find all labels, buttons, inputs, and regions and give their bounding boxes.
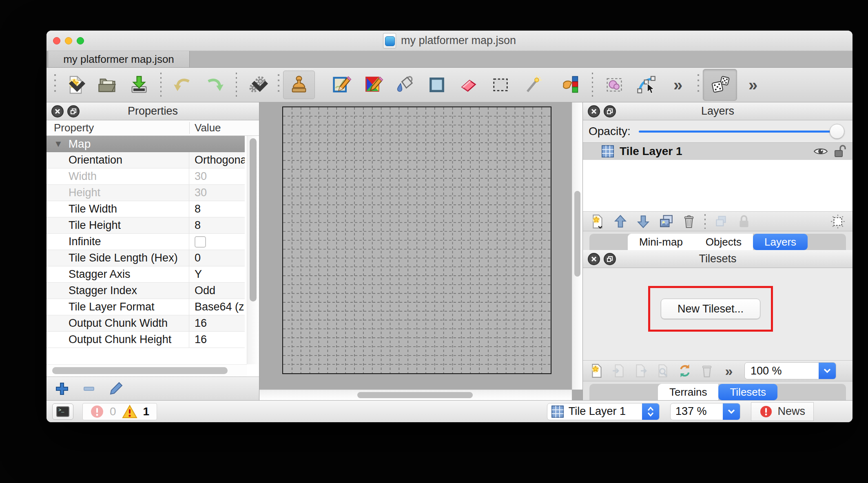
random-mode-button[interactable] bbox=[703, 69, 737, 101]
toolbar-drag-handle[interactable] bbox=[54, 74, 56, 95]
property-row-stagger-axis[interactable]: Stagger Axis Y bbox=[46, 266, 245, 283]
edit-tileset-button-disabled[interactable] bbox=[652, 362, 673, 380]
scrollbar-thumb[interactable] bbox=[574, 191, 580, 277]
add-property-button[interactable] bbox=[54, 381, 70, 397]
remove-property-button[interactable] bbox=[81, 381, 97, 397]
properties-horizontal-scrollbar[interactable] bbox=[46, 364, 247, 377]
properties-vertical-scrollbar[interactable] bbox=[247, 136, 259, 364]
property-row-width[interactable]: Width 30 bbox=[46, 168, 245, 185]
tab-tilesets[interactable]: Tilesets bbox=[718, 384, 777, 400]
redo-button[interactable] bbox=[199, 71, 230, 99]
news-button[interactable]: News bbox=[751, 402, 814, 421]
chevron-down-icon[interactable] bbox=[819, 362, 836, 379]
stamp-brush-tool[interactable] bbox=[283, 71, 315, 99]
infinite-checkbox[interactable] bbox=[195, 236, 206, 248]
bucket-fill-tool[interactable] bbox=[389, 71, 421, 99]
terrain-brush-tool[interactable] bbox=[326, 71, 357, 99]
layer-visibility-eye-icon[interactable] bbox=[813, 146, 828, 156]
new-tileset-button[interactable]: New Tileset... bbox=[661, 299, 760, 319]
eraser-tool[interactable] bbox=[453, 71, 485, 99]
tilesets-panel-header: Tilesets bbox=[583, 250, 852, 268]
export-tileset-button-disabled[interactable] bbox=[630, 362, 651, 380]
magic-wand-tool[interactable] bbox=[516, 71, 548, 99]
float-panel-icon[interactable] bbox=[604, 105, 616, 117]
property-row-infinite[interactable]: Infinite bbox=[46, 234, 245, 250]
float-panel-icon[interactable] bbox=[67, 105, 80, 117]
property-row-tile-layer-format[interactable]: Tile Layer Format Base64 (zlib compresse… bbox=[46, 299, 245, 315]
layer-unlocked-icon[interactable] bbox=[834, 145, 846, 158]
lock-layer-button-disabled[interactable] bbox=[733, 213, 755, 230]
remove-tileset-button-disabled[interactable] bbox=[696, 362, 717, 380]
raise-layer-button[interactable] bbox=[610, 213, 631, 230]
column-value[interactable]: Value bbox=[189, 120, 221, 135]
minimize-window-button[interactable] bbox=[65, 37, 72, 44]
map-canvas[interactable] bbox=[259, 102, 582, 400]
tab-layers[interactable]: Layers bbox=[753, 234, 808, 250]
duplicate-objects-button-disabled[interactable] bbox=[711, 213, 732, 230]
tab-terrains[interactable]: Terrains bbox=[658, 384, 718, 400]
map-grid[interactable] bbox=[282, 106, 551, 374]
property-group-map[interactable]: ▼ Map bbox=[46, 136, 245, 152]
console-toggle-button[interactable] bbox=[52, 403, 73, 420]
close-window-button[interactable] bbox=[53, 37, 60, 44]
undo-button[interactable] bbox=[167, 71, 199, 99]
close-panel-icon[interactable] bbox=[588, 105, 600, 117]
current-layer-combo[interactable]: Tile Layer 1 bbox=[547, 403, 660, 420]
slider-knob[interactable] bbox=[830, 124, 844, 139]
select-same-tile-tool[interactable] bbox=[555, 71, 587, 99]
property-row-tile-width[interactable]: Tile Width 8 bbox=[46, 201, 245, 217]
edit-property-button[interactable] bbox=[108, 381, 124, 397]
slider-track[interactable] bbox=[639, 131, 840, 133]
scrollbar-thumb[interactable] bbox=[52, 367, 228, 374]
combo-spinner-icon[interactable] bbox=[642, 403, 659, 420]
paint-terrain-tool[interactable] bbox=[357, 71, 389, 99]
file-tab[interactable]: my platformer map.json bbox=[48, 51, 190, 67]
canvas-vertical-scrollbar[interactable] bbox=[572, 102, 582, 390]
chevron-down-icon[interactable] bbox=[723, 403, 740, 420]
property-row-height[interactable]: Height 30 bbox=[46, 185, 245, 201]
opacity-slider[interactable] bbox=[639, 124, 844, 139]
close-panel-icon[interactable] bbox=[588, 253, 600, 265]
object-select-tool[interactable] bbox=[598, 71, 630, 99]
map-zoom-combo[interactable]: 137 % bbox=[670, 403, 741, 420]
tilesets-overflow-button[interactable]: » bbox=[718, 362, 740, 380]
highlight-current-layer-button[interactable] bbox=[827, 213, 848, 230]
lower-layer-button[interactable] bbox=[633, 213, 654, 230]
reload-tileset-button[interactable] bbox=[674, 362, 695, 380]
scrollbar-thumb[interactable] bbox=[250, 138, 257, 301]
tab-mini-map[interactable]: Mini-map bbox=[628, 234, 694, 250]
execute-commands-button[interactable] bbox=[242, 71, 274, 99]
open-file-button[interactable] bbox=[91, 71, 123, 99]
toolbar-overflow-right-button[interactable]: » bbox=[737, 71, 769, 99]
rectangular-select-tool[interactable] bbox=[485, 71, 516, 99]
edit-polygons-tool[interactable] bbox=[630, 71, 662, 99]
collapse-triangle-icon[interactable]: ▼ bbox=[54, 139, 63, 149]
remove-layer-button[interactable] bbox=[678, 213, 700, 230]
float-panel-icon[interactable] bbox=[604, 253, 616, 265]
new-tileset-toolbar-button[interactable] bbox=[586, 362, 607, 380]
new-file-button[interactable] bbox=[60, 71, 91, 99]
property-row-tile-side-length[interactable]: Tile Side Length (Hex) 0 bbox=[46, 250, 245, 266]
tileset-zoom-combo[interactable]: 100 % bbox=[744, 362, 836, 379]
property-row-tile-height[interactable]: Tile Height 8 bbox=[46, 217, 245, 234]
property-row-output-chunk-width[interactable]: Output Chunk Width 16 bbox=[46, 315, 245, 332]
messages-group[interactable]: 0 1 bbox=[82, 403, 157, 420]
layer-row-tile-layer-1[interactable]: Tile Layer 1 bbox=[583, 143, 852, 160]
toolbar-drag-handle[interactable] bbox=[698, 74, 699, 95]
zoom-window-button[interactable] bbox=[77, 37, 84, 44]
property-row-stagger-index[interactable]: Stagger Index Odd bbox=[46, 283, 245, 299]
scrollbar-thumb[interactable] bbox=[357, 392, 473, 398]
tab-objects[interactable]: Objects bbox=[694, 234, 753, 250]
shape-fill-tool[interactable] bbox=[421, 71, 453, 99]
duplicate-layer-button[interactable] bbox=[655, 213, 677, 230]
close-panel-icon[interactable] bbox=[51, 105, 64, 117]
column-property[interactable]: Property bbox=[46, 120, 189, 135]
save-file-button[interactable] bbox=[123, 71, 155, 99]
toolbar-drag-handle[interactable] bbox=[278, 74, 279, 95]
toolbar-overflow-button[interactable]: » bbox=[662, 71, 694, 99]
embed-tileset-button-disabled[interactable] bbox=[608, 362, 629, 380]
property-row-output-chunk-height[interactable]: Output Chunk Height 16 bbox=[46, 332, 245, 348]
property-row-orientation[interactable]: Orientation Orthogonal bbox=[46, 152, 245, 168]
canvas-horizontal-scrollbar[interactable] bbox=[259, 390, 572, 400]
new-layer-button[interactable] bbox=[587, 213, 608, 230]
